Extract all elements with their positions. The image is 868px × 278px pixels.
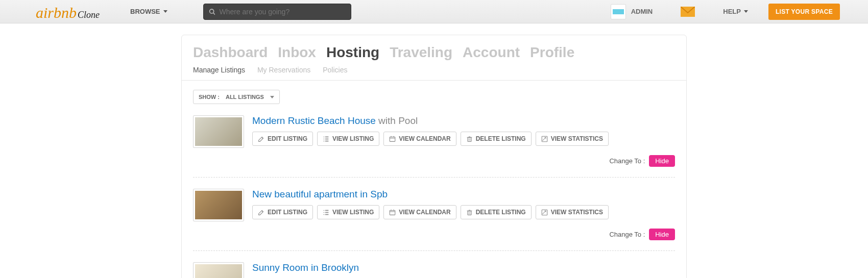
view-listing-button[interactable]: VIEW LISTING — [317, 132, 379, 146]
tab-dashboard[interactable]: Dashboard — [193, 44, 268, 61]
mail-icon[interactable] — [681, 7, 695, 17]
hide-button[interactable]: Hide — [649, 155, 675, 167]
listing-thumbnail[interactable] — [193, 189, 244, 221]
view-icon — [323, 209, 329, 216]
listing-row: Sunny Room in BrooklynEDIT LISTINGVIEW L… — [193, 250, 675, 278]
view-calendar-button[interactable]: VIEW CALENDAR — [383, 132, 456, 146]
listing-body: Modern Rustic Beach House with PoolEDIT … — [252, 115, 675, 167]
browse-label: BROWSE — [130, 8, 160, 15]
admin-avatar — [611, 4, 626, 19]
listing-body: Sunny Room in BrooklynEDIT LISTINGVIEW L… — [252, 262, 675, 278]
view-listing-button[interactable]: VIEW LISTING — [317, 205, 379, 219]
hide-button[interactable]: Hide — [649, 229, 675, 240]
tab-profile[interactable]: Profile — [530, 44, 574, 61]
search-input[interactable] — [219, 8, 345, 16]
change-to-row: Change To :Hide — [252, 229, 675, 240]
listing-row: New beautiful apartment in SpbEDIT LISTI… — [193, 177, 675, 240]
list-your-space-button[interactable]: LIST YOUR SPACE — [768, 4, 840, 20]
account-tabs: Dashboard Inbox Hosting Traveling Accoun… — [182, 35, 686, 66]
show-filter-value: ALL LISTINGS — [226, 94, 264, 100]
subtab-policies[interactable]: Policies — [323, 66, 347, 74]
delete-listing-button[interactable]: DELETE LISTING — [461, 132, 532, 146]
change-to-label: Change To : — [609, 231, 645, 238]
tab-hosting[interactable]: Hosting — [326, 44, 379, 61]
admin-label: ADMIN — [631, 8, 653, 15]
listing-thumbnail[interactable] — [193, 262, 244, 278]
logo-sub: Clone — [78, 10, 100, 20]
logo-main: airbnb — [36, 4, 77, 21]
chevron-down-icon — [163, 10, 167, 13]
listing-title-extra: with Pool — [376, 115, 418, 126]
calendar-icon — [389, 209, 396, 216]
change-to-label: Change To : — [609, 157, 645, 165]
search-box[interactable] — [203, 4, 351, 20]
tab-account[interactable]: Account — [463, 44, 520, 61]
listing-body: New beautiful apartment in SpbEDIT LISTI… — [252, 189, 675, 240]
help-label: HELP — [723, 8, 741, 15]
search-icon — [209, 8, 215, 15]
listing-title-link[interactable]: Modern Rustic Beach House with Pool — [252, 115, 675, 127]
show-filter-label: SHOW : — [199, 94, 220, 100]
help-menu[interactable]: HELP — [723, 8, 748, 15]
site-logo[interactable]: airbnbClone — [36, 5, 100, 20]
listing-row: Modern Rustic Beach House with PoolEDIT … — [193, 104, 675, 167]
listing-actions: EDIT LISTINGVIEW LISTINGVIEW CALENDARDEL… — [252, 132, 675, 146]
listing-thumbnail[interactable] — [193, 115, 244, 148]
stats-icon — [541, 209, 548, 216]
main-panel: Dashboard Inbox Hosting Traveling Accoun… — [181, 35, 687, 278]
edit-listing-button[interactable]: EDIT LISTING — [252, 205, 313, 219]
delete-listing-button[interactable]: DELETE LISTING — [461, 205, 532, 219]
calendar-icon — [389, 136, 396, 142]
view-calendar-button[interactable]: VIEW CALENDAR — [383, 205, 456, 219]
view-statistics-button[interactable]: VIEW STATISTICS — [536, 132, 609, 146]
listing-actions: EDIT LISTINGVIEW LISTINGVIEW CALENDARDEL… — [252, 205, 675, 219]
view-statistics-button[interactable]: VIEW STATISTICS — [536, 205, 609, 219]
tab-traveling[interactable]: Traveling — [390, 44, 452, 61]
change-to-row: Change To :Hide — [252, 155, 675, 167]
top-bar: airbnbClone BROWSE ADMIN HELP LIST YOUR … — [0, 0, 868, 23]
chevron-down-icon — [270, 96, 274, 98]
listing-title-link[interactable]: Sunny Room in Brooklyn — [252, 262, 675, 273]
delete-icon — [466, 136, 473, 142]
browse-menu[interactable]: BROWSE — [130, 8, 167, 15]
show-filter-dropdown[interactable]: SHOW : ALL LISTINGS — [193, 90, 280, 104]
edit-icon — [258, 209, 264, 216]
edit-listing-button[interactable]: EDIT LISTING — [252, 132, 313, 146]
chevron-down-icon — [744, 10, 748, 13]
content-area: SHOW : ALL LISTINGS Modern Rustic Beach … — [182, 81, 686, 278]
subtab-my-reservations[interactable]: My Reservations — [257, 66, 310, 74]
stats-icon — [541, 136, 548, 142]
view-icon — [323, 136, 329, 142]
subtabs: Manage Listings My Reservations Policies — [182, 66, 686, 81]
listing-title-link[interactable]: New beautiful apartment in Spb — [252, 189, 675, 200]
svg-point-0 — [209, 9, 213, 13]
svg-line-1 — [213, 13, 214, 14]
subtab-manage-listings[interactable]: Manage Listings — [193, 66, 245, 74]
admin-menu[interactable]: ADMIN — [611, 4, 653, 19]
tab-inbox[interactable]: Inbox — [278, 44, 316, 61]
delete-icon — [466, 209, 473, 216]
edit-icon — [258, 136, 264, 142]
